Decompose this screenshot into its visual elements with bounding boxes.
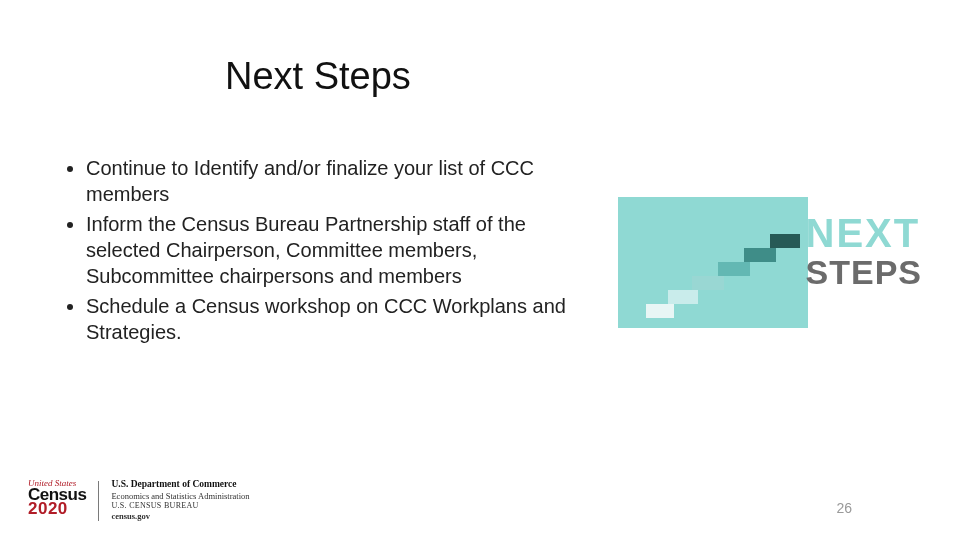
stairs-icon [744,248,776,262]
page-number: 26 [836,500,852,516]
logo-2020: 2020 [28,500,68,517]
body-text: Continue to Identify and/or finalize you… [60,155,580,349]
stairs-icon [770,234,800,248]
footer-divider [98,481,99,521]
bullet-item: Inform the Census Bureau Partnership sta… [86,211,580,289]
dept-line: U.S. Department of Commerce [111,479,249,491]
bullet-list: Continue to Identify and/or finalize you… [60,155,580,345]
stairs-icon [646,304,674,318]
dept-line: census.gov [111,511,249,522]
graphic-word-next: NEXT [806,213,922,253]
dept-line: U.S. CENSUS BUREAU [111,501,249,511]
next-steps-graphic: NEXT STEPS [618,185,930,340]
graphic-word-steps: STEPS [806,255,922,289]
dept-line: Economics and Statistics Administration [111,491,249,502]
bullet-item: Schedule a Census workshop on CCC Workpl… [86,293,580,345]
stairs-icon [692,276,724,290]
stairs-icon [668,290,698,304]
graphic-text: NEXT STEPS [806,213,922,289]
stairs-icon [718,262,750,276]
slide-title: Next Steps [225,55,411,98]
dept-of-commerce-text: U.S. Department of Commerce Economics an… [111,479,249,522]
footer-lockup: United States Census 2020 U.S. Departmen… [28,479,250,522]
census-2020-logo: United States Census 2020 [28,479,86,517]
graphic-background [618,197,808,328]
bullet-item: Continue to Identify and/or finalize you… [86,155,580,207]
